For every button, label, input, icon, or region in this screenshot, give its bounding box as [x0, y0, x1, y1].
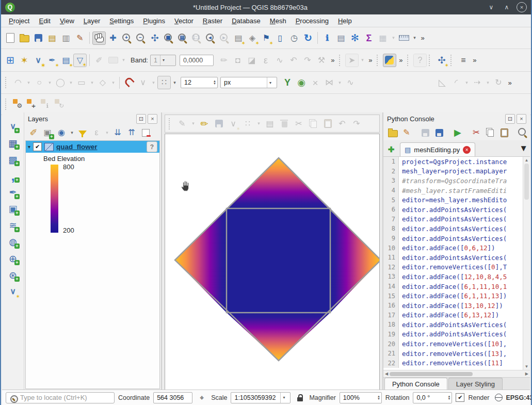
intersection-button[interactable]: ×: [309, 76, 322, 89]
identify-features-button[interactable]: ℹ: [320, 31, 334, 45]
toolbar-overflow-button[interactable]: »: [329, 54, 337, 67]
snapping-marker-button[interactable]: ∷: [157, 76, 171, 89]
mesh-color-swatch[interactable]: [106, 54, 120, 67]
avoid-overlap-button[interactable]: ◉: [295, 76, 308, 89]
new-3d-map-view-button[interactable]: ◈: [246, 31, 259, 45]
refresh-map-button[interactable]: ↻: [301, 31, 315, 45]
python-console-button[interactable]: [383, 54, 396, 67]
toolbar-overflow-button[interactable]: »: [366, 54, 375, 67]
zoom-out-button[interactable]: −: [134, 31, 148, 45]
open-layer-styling-button[interactable]: ✐: [27, 126, 40, 139]
undo-button[interactable]: ↶: [287, 54, 300, 67]
interpolate-button[interactable]: ∿: [273, 54, 286, 67]
locate-box[interactable]: [6, 392, 115, 403]
arc-trace-dropdown[interactable]: ▾: [463, 76, 470, 89]
new-spatial-bookmark-button[interactable]: ⚑: [260, 31, 273, 45]
toolbar-overflow-button[interactable]: »: [530, 126, 532, 139]
snapping-mode-dropdown[interactable]: ▾: [150, 76, 157, 89]
crs-status[interactable]: EPSG:4326: [506, 394, 532, 401]
save-script-button[interactable]: [418, 126, 432, 139]
cut-button[interactable]: ✂: [470, 126, 483, 139]
add-vector-layer-button[interactable]: ∨: [6, 120, 20, 133]
processing-toolbox-button[interactable]: ✻: [348, 31, 362, 45]
tab-python-console[interactable]: Python Console: [384, 378, 447, 390]
circle-button[interactable]: ○: [33, 76, 46, 89]
circular-string-dropdown[interactable]: ▾: [25, 76, 32, 89]
move-copy-button[interactable]: ⇢: [471, 76, 484, 89]
code-editor[interactable]: 1 project=QgsProject.instance 2 mesh_lay…: [383, 156, 530, 370]
float-panel-button[interactable]: ⊡: [505, 114, 515, 124]
menu-vector[interactable]: Vector: [170, 16, 198, 26]
toolbar-overflow-button[interactable]: »: [506, 76, 514, 89]
new-scratch-layer-button[interactable]: ▤: [59, 54, 73, 67]
expression-button[interactable]: ε: [259, 54, 272, 67]
paste-button[interactable]: [497, 126, 511, 139]
rotate-feature-button[interactable]: ↻: [492, 76, 505, 89]
collapse-all-button[interactable]: ⇈: [125, 126, 138, 139]
ellipse-button[interactable]: ◯: [54, 76, 67, 89]
eraser-button[interactable]: ◪: [245, 54, 259, 67]
open-attribute-table-button[interactable]: ▦: [376, 31, 390, 45]
redo-button[interactable]: ↷: [350, 117, 363, 131]
new-mesh-layer-button[interactable]: ▽: [73, 54, 87, 67]
vertex-tool-dropdown[interactable]: ▾: [255, 117, 262, 131]
show-layout-manager-button[interactable]: ▥: [59, 31, 73, 45]
list-button[interactable]: ≡: [457, 54, 470, 67]
filter-legend-button[interactable]: [76, 126, 89, 139]
paste-features-button[interactable]: [321, 117, 334, 131]
locate-input[interactable]: [19, 393, 112, 402]
band-combo-arrow[interactable]: ▾: [160, 55, 167, 66]
toolbar-overflow-button[interactable]: »: [471, 54, 479, 67]
toolbar-overflow-button[interactable]: »: [397, 54, 405, 67]
scale-combo[interactable]: 1:1053059392 ▾: [231, 392, 291, 403]
tracing-button[interactable]: ∿: [344, 76, 357, 89]
add-delimited-text-layer-button[interactable]: ,: [6, 169, 20, 183]
add-virtual-layer-button[interactable]: ▣: [6, 202, 20, 216]
redo-button[interactable]: ↷: [301, 54, 314, 67]
modify-attributes-button[interactable]: ▤: [263, 117, 277, 131]
minimize-button[interactable]: ∨: [486, 2, 497, 12]
editor-vertical-scrollbar[interactable]: ▲ ▼: [523, 157, 530, 370]
menu-processing[interactable]: Processing: [291, 16, 333, 26]
polygon-dropdown[interactable]: ▾: [110, 76, 117, 89]
topological-editing-button[interactable]: Y: [281, 76, 294, 89]
mesh-value-input[interactable]: 0,0000: [180, 55, 214, 66]
filter-expression-dropdown[interactable]: ▾: [104, 126, 110, 139]
close-button[interactable]: ×: [517, 2, 527, 12]
scale-combo-arrow[interactable]: ▾: [280, 393, 287, 403]
snapping-mode-button[interactable]: ∨: [136, 76, 150, 89]
toolbar-overflow-button[interactable]: »: [418, 31, 427, 45]
cut-features-button[interactable]: ✂: [292, 117, 305, 131]
zoom-full-extent-button[interactable]: ✣: [148, 31, 162, 45]
statistical-summary-button[interactable]: ▤: [334, 31, 348, 45]
snap-intersection-dropdown[interactable]: ▾: [336, 76, 343, 89]
tolerance-spin-arrows[interactable]: ▲▼: [213, 80, 216, 85]
measure-dropdown[interactable]: ▾: [411, 31, 418, 45]
ellipse-dropdown[interactable]: ▾: [68, 76, 74, 89]
menu-help[interactable]: Help: [333, 16, 357, 26]
filter-expression-button[interactable]: ε: [90, 126, 103, 139]
move-copy-dropdown[interactable]: ▾: [485, 76, 491, 89]
new-project-button[interactable]: [4, 31, 17, 45]
mesh-digitizing-button[interactable]: ✣: [435, 54, 448, 67]
close-tab-icon[interactable]: ×: [463, 146, 471, 154]
save-project-button[interactable]: [31, 31, 45, 45]
cad-tools-button[interactable]: ◺: [436, 76, 449, 89]
current-edits-dropdown[interactable]: ▾: [190, 117, 197, 131]
add-wcs-layer-button[interactable]: ⊛: [6, 268, 20, 282]
temporal-controller-button[interactable]: ◷: [287, 31, 301, 45]
close-panel-button[interactable]: ×: [148, 114, 157, 124]
add-mesh-layer-button[interactable]: ▩: [6, 153, 20, 166]
copy-button[interactable]: [483, 126, 497, 139]
zoom-last-button[interactable]: ◂: [204, 31, 217, 45]
add-wms-layer-button[interactable]: ≋: [6, 219, 20, 232]
repair-button[interactable]: ⚒: [315, 54, 328, 67]
style-manager-button[interactable]: ✎: [73, 31, 87, 45]
regular-polygon-button[interactable]: ◇: [96, 76, 109, 89]
snapping-tolerance-input[interactable]: 12 ▲▼: [181, 77, 218, 88]
coordinate-value[interactable]: 564 3056: [153, 392, 192, 403]
show-editor-button[interactable]: ✎: [400, 126, 413, 139]
menu-settings[interactable]: Settings: [105, 16, 138, 26]
units-combo-arrow[interactable]: ▾: [267, 77, 273, 88]
zoom-native-button[interactable]: 1:1: [190, 31, 203, 45]
